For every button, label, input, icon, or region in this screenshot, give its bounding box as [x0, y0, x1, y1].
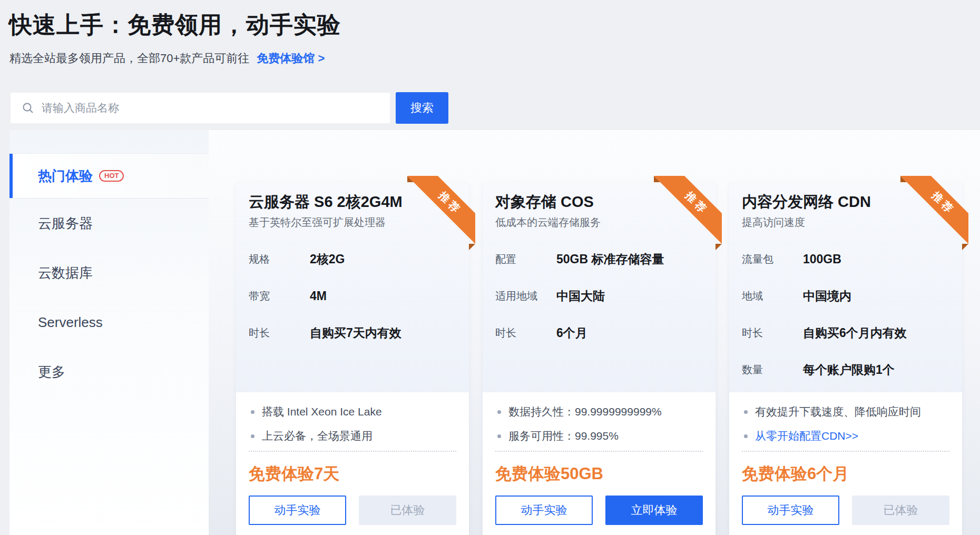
hands-on-lab-button[interactable]: 动手实验 — [495, 496, 593, 525]
page-subtitle: 精选全站最多领用产品，全部70+款产品可前往免费体验馆 > — [9, 51, 325, 66]
dotted-divider — [495, 451, 703, 452]
card-footer: 搭载 Intel Xeon Ice Lake 上云必备，全场景通用 免费体验7天… — [236, 392, 469, 535]
experience-now-button[interactable]: 立即体验 — [605, 496, 703, 525]
already-experienced-button[interactable]: 已体验 — [359, 496, 456, 525]
spec-row: 数量 每个账户限购1个 — [742, 351, 949, 388]
bullet-item: 从零开始配置CDN>> — [742, 424, 949, 448]
spec-label: 时长 — [495, 326, 556, 340]
bullet-dot-icon — [497, 410, 501, 414]
sidebar-item-label: 更多 — [38, 363, 65, 381]
search-box — [10, 92, 390, 124]
sidebar-item-more[interactable]: 更多 — [9, 347, 209, 397]
sidebar-item-cloud-server[interactable]: 云服务器 — [9, 199, 209, 248]
product-card-cdn: 推 荐 内容分发网络 CDN 提高访问速度 流量包 100GB 地域 中国境内 … — [729, 182, 962, 535]
free-experience-hall-link[interactable]: 免费体验馆 > — [257, 52, 325, 65]
card-button-row: 动手实验 立即体验 — [495, 496, 703, 525]
main-panel: 热门体验 HOT 云服务器 云数据库 Serverless 更多 推 荐 云服务… — [9, 130, 980, 535]
spec-value: 4M — [310, 289, 327, 303]
bullet-item: 服务可用性：99.995% — [495, 424, 703, 448]
sidebar-item-label: 云数据库 — [38, 264, 93, 282]
spec-label: 适用地域 — [495, 289, 556, 303]
card-subtitle: 低成本的云端存储服务 — [495, 215, 601, 230]
spec-value: 自购买7天内有效 — [310, 325, 401, 341]
card-title: 内容分发网络 CDN — [742, 192, 871, 213]
spec-label: 地域 — [742, 289, 803, 303]
bullet-text: 有效提升下载速度、降低响应时间 — [755, 404, 921, 419]
spec-list: 规格 2核2G 带宽 4M 时长 自购买7天内有效 — [249, 241, 456, 351]
hands-on-lab-button[interactable]: 动手实验 — [742, 496, 839, 525]
sidebar-item-serverless[interactable]: Serverless — [9, 298, 209, 347]
sidebar-item-hot-experience[interactable]: 热门体验 HOT — [9, 153, 209, 199]
bullet-list: 搭载 Intel Xeon Ice Lake 上云必备，全场景通用 — [249, 400, 456, 448]
bullet-dot-icon — [251, 434, 254, 438]
spec-label: 数量 — [742, 363, 803, 377]
bullet-item: 有效提升下载速度、降低响应时间 — [742, 400, 949, 424]
already-experienced-button[interactable]: 已体验 — [852, 496, 949, 525]
spec-value: 50GB 标准存储容量 — [556, 251, 664, 268]
sidebar-item-label: 热门体验 — [38, 167, 93, 185]
spec-list: 流量包 100GB 地域 中国境内 时长 自购买6个月内有效 数量 每个账户限购… — [742, 241, 949, 388]
bullet-dot-icon — [251, 410, 254, 414]
cdn-config-guide-link[interactable]: 从零开始配置CDN>> — [755, 429, 858, 443]
spec-value: 100GB — [803, 252, 841, 266]
spec-row: 时长 自购买6个月内有效 — [742, 314, 949, 351]
spec-row: 配置 50GB 标准存储容量 — [495, 241, 703, 278]
bullet-item: 搭载 Intel Xeon Ice Lake — [249, 400, 456, 424]
sidebar: 热门体验 HOT 云服务器 云数据库 Serverless 更多 — [9, 130, 209, 535]
card-title: 对象存储 COS — [495, 192, 594, 213]
offer-text: 免费体验6个月 — [742, 463, 849, 485]
spec-value: 每个账户限购1个 — [803, 362, 895, 378]
ribbon-label: 推 荐 — [683, 189, 708, 214]
product-card-cos: 推 荐 对象存储 COS 低成本的云端存储服务 配置 50GB 标准存储容量 适… — [483, 182, 716, 535]
search-button[interactable]: 搜索 — [396, 92, 448, 124]
dotted-divider — [249, 451, 456, 452]
card-footer: 有效提升下载速度、降低响应时间 从零开始配置CDN>> 免费体验6个月 动手实验… — [729, 392, 962, 535]
search-input[interactable] — [34, 93, 390, 123]
sidebar-item-label: Serverless — [38, 314, 103, 331]
page-title: 快速上手：免费领用，动手实验 — [9, 9, 341, 41]
spec-label: 配置 — [495, 252, 556, 266]
bullet-text: 搭载 Intel Xeon Ice Lake — [262, 404, 382, 419]
card-button-row: 动手实验 已体验 — [742, 496, 949, 525]
card-subtitle: 基于英特尔至强可扩展处理器 — [249, 215, 386, 230]
sidebar-item-label: 云服务器 — [38, 214, 93, 233]
spec-row: 适用地域 中国大陆 — [495, 278, 703, 314]
spec-label: 流量包 — [742, 252, 803, 266]
bullet-list: 数据持久性：99.9999999999% 服务可用性：99.995% — [495, 400, 703, 448]
ribbon-label: 推 荐 — [436, 189, 462, 214]
card-subtitle: 提高访问速度 — [742, 215, 805, 230]
spec-list: 配置 50GB 标准存储容量 适用地域 中国大陆 时长 6个月 — [495, 241, 703, 351]
bullet-dot-icon — [497, 434, 501, 438]
bullet-text: 服务可用性：99.995% — [508, 429, 619, 443]
spec-row: 规格 2核2G — [249, 241, 456, 278]
spec-row: 地域 中国境内 — [742, 278, 949, 314]
spec-value: 6个月 — [556, 325, 587, 341]
bullet-item: 数据持久性：99.9999999999% — [495, 400, 703, 424]
hot-badge: HOT — [99, 170, 124, 182]
spec-row: 流量包 100GB — [742, 241, 949, 278]
spec-label: 时长 — [249, 326, 310, 340]
spec-label: 规格 — [249, 252, 310, 266]
bullet-item: 上云必备，全场景通用 — [249, 424, 456, 448]
card-button-row: 动手实验 已体验 — [249, 496, 456, 525]
bullet-dot-icon — [744, 434, 748, 438]
spec-row: 时长 6个月 — [495, 314, 703, 351]
search-row: 搜索 — [10, 92, 448, 124]
hands-on-lab-button[interactable]: 动手实验 — [249, 496, 346, 525]
spec-value: 中国境内 — [803, 288, 851, 304]
spec-value: 2核2G — [310, 251, 345, 268]
page-subtitle-text: 精选全站最多领用产品，全部70+款产品可前往 — [9, 52, 249, 65]
bullet-text: 上云必备，全场景通用 — [262, 429, 373, 443]
offer-text: 免费体验50GB — [495, 463, 603, 485]
offer-text: 免费体验7天 — [249, 463, 339, 485]
dotted-divider — [742, 451, 949, 452]
spec-value: 中国大陆 — [556, 288, 605, 304]
bullet-list: 有效提升下载速度、降低响应时间 从零开始配置CDN>> — [742, 400, 949, 448]
spec-row: 时长 自购买7天内有效 — [249, 314, 456, 351]
spec-row: 带宽 4M — [249, 278, 456, 314]
spec-label: 时长 — [742, 326, 803, 340]
bullet-text: 数据持久性：99.9999999999% — [508, 404, 662, 419]
sidebar-item-cloud-database[interactable]: 云数据库 — [9, 248, 209, 298]
spec-label: 带宽 — [249, 289, 310, 303]
search-icon — [22, 102, 34, 114]
